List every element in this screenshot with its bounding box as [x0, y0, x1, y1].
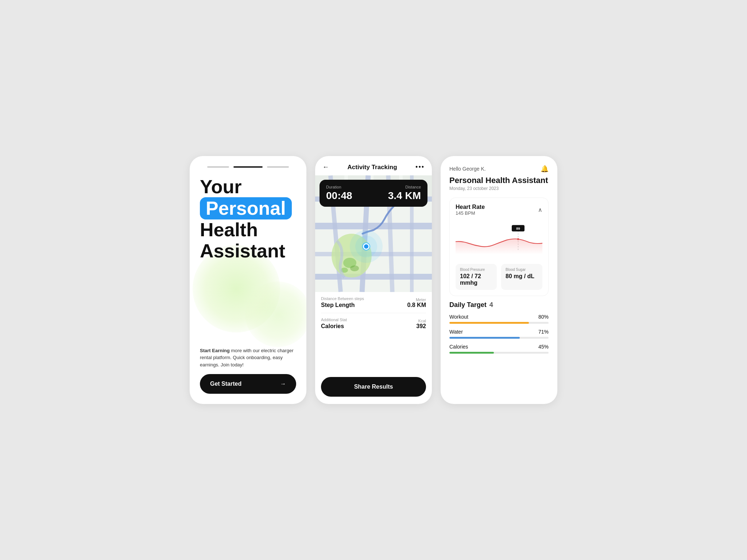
health-date: Monday, 23 october 2023	[449, 186, 549, 191]
step-length-row: Distance Between steps Step Length Meter…	[321, 292, 426, 313]
svg-point-24	[517, 238, 519, 240]
water-header: Water 71%	[449, 329, 549, 335]
health-title: Personal Health Assistant	[449, 176, 549, 185]
bpm-number: 145	[456, 210, 464, 216]
daily-target-title: Daily Target	[449, 301, 487, 309]
calories-right: Kcal 392	[416, 319, 426, 330]
bpm-unit: BPM	[465, 210, 475, 216]
distance-label: Distance	[388, 185, 421, 189]
svg-point-15	[350, 265, 359, 271]
calories-progress-fill	[449, 352, 494, 354]
footer-section: Start Earning more with our electric cha…	[200, 347, 296, 394]
heart-rate-chart: 89	[456, 220, 542, 257]
hero-line2: Health	[200, 219, 258, 240]
get-started-button[interactable]: Get Started →	[200, 374, 296, 394]
step-unit: Meter	[407, 298, 426, 302]
distance-value: 3.4 KM	[388, 190, 421, 201]
blood-sugar-box: Blood Sugar 80 mg / dL	[501, 264, 542, 290]
progress-dot-3	[267, 166, 289, 168]
hero-highlight: Personal	[200, 197, 292, 219]
screens-container: Your Personal Health Assistant Start Ear…	[190, 156, 557, 404]
calories-target: Calories 45%	[449, 344, 549, 354]
water-pct: 71%	[538, 329, 549, 335]
daily-target-header: Daily Target 4	[449, 301, 549, 309]
calories-value: 392	[416, 323, 426, 329]
cta-arrow: →	[280, 381, 286, 387]
water-progress-bar	[449, 337, 549, 339]
duration-label: Duration	[326, 185, 352, 189]
tagline-text: Start Earning more with our electric cha…	[200, 347, 296, 369]
water-progress-fill	[449, 337, 520, 339]
step-value: 0.8 KM	[407, 302, 426, 308]
screen-onboarding: Your Personal Health Assistant Start Ear…	[190, 156, 306, 404]
back-button[interactable]: ←	[322, 163, 329, 171]
progress-dot-1	[207, 166, 229, 168]
activity-title: Activity Tracking	[348, 164, 397, 171]
progress-dot-2	[233, 166, 263, 168]
calories-category: Additional Stat	[321, 318, 347, 322]
calories-label: Calories	[321, 323, 344, 329]
step-label: Step Length	[321, 302, 355, 308]
svg-text:89: 89	[516, 226, 520, 230]
duration-value: 00:48	[326, 190, 352, 201]
water-target: Water 71%	[449, 329, 549, 339]
distance-stat: Distance 3.4 KM	[388, 185, 421, 202]
bs-label: Blood Sugar	[506, 268, 538, 272]
map-view: Duration 00:48 Distance 3.4 KM	[315, 175, 432, 292]
blood-pressure-box: Blood Pressure 102 / 72 mmhg	[456, 264, 497, 290]
heart-rate-card: Heart Rate 145 BPM ∧	[449, 198, 549, 296]
bp-label: Blood Pressure	[460, 268, 492, 272]
hero-line1: Your	[200, 176, 242, 197]
workout-target: Workout 80%	[449, 314, 549, 324]
svg-point-20	[364, 244, 368, 249]
duration-stat: Duration 00:48	[326, 185, 352, 202]
notification-bell-icon[interactable]: 🔔	[541, 165, 549, 173]
calories-unit: Kcal	[416, 319, 426, 323]
hero-line3: Assistant	[200, 240, 285, 261]
step-value-right: Meter 0.8 KM	[407, 298, 426, 308]
daily-target-section: Daily Target 4 Workout 80% Water 71%	[449, 301, 549, 359]
workout-pct: 80%	[538, 314, 549, 320]
hero-title: Your Personal Health Assistant	[200, 176, 296, 261]
heart-rate-title: Heart Rate	[456, 204, 485, 210]
activity-stats: Distance Between steps Step Length Meter…	[315, 292, 432, 373]
daily-target-count: 4	[489, 301, 493, 309]
workout-label: Workout	[449, 314, 468, 320]
screen-activity: ← Activity Tracking •••	[315, 156, 432, 404]
greeting-text: Hello George K.	[449, 166, 486, 172]
decorative-blob-2	[245, 281, 306, 347]
calories-left: Additional Stat Calories	[321, 318, 347, 330]
screen-health: Hello George K. 🔔 Personal Health Assist…	[441, 156, 557, 404]
heart-rate-title-group: Heart Rate 145 BPM	[456, 204, 485, 216]
heart-rate-header: Heart Rate 145 BPM ∧	[456, 204, 542, 216]
cta-label: Get Started	[210, 381, 241, 387]
calories-target-header: Calories 45%	[449, 344, 549, 350]
step-length-left: Distance Between steps Step Length	[321, 296, 364, 308]
workout-header: Workout 80%	[449, 314, 549, 320]
calories-row: Additional Stat Calories Kcal 392	[321, 313, 426, 334]
vitals-row: Blood Pressure 102 / 72 mmhg Blood Sugar…	[456, 264, 542, 290]
hero-section: Your Personal Health Assistant	[200, 176, 296, 325]
water-label: Water	[449, 329, 463, 335]
progress-indicators	[200, 166, 296, 168]
heart-rate-value: 145 BPM	[456, 210, 485, 216]
workout-progress-bar	[449, 322, 549, 324]
health-toprow: Hello George K. 🔔	[449, 165, 549, 173]
tagline-bold: Start Earning	[200, 348, 230, 353]
calories-progress-bar	[449, 352, 549, 354]
map-stats-overlay: Duration 00:48 Distance 3.4 KM	[320, 180, 427, 207]
calories-target-pct: 45%	[538, 344, 549, 350]
share-results-button[interactable]: Share Results	[321, 377, 426, 397]
bp-value: 102 / 72 mmhg	[460, 273, 492, 286]
activity-header: ← Activity Tracking •••	[315, 156, 432, 175]
step-category: Distance Between steps	[321, 296, 364, 301]
workout-progress-fill	[449, 322, 529, 324]
more-button[interactable]: •••	[415, 163, 425, 171]
svg-rect-8	[315, 274, 432, 280]
calories-target-label: Calories	[449, 344, 468, 350]
bs-value: 80 mg / dL	[506, 273, 538, 280]
collapse-icon[interactable]: ∧	[538, 206, 542, 213]
